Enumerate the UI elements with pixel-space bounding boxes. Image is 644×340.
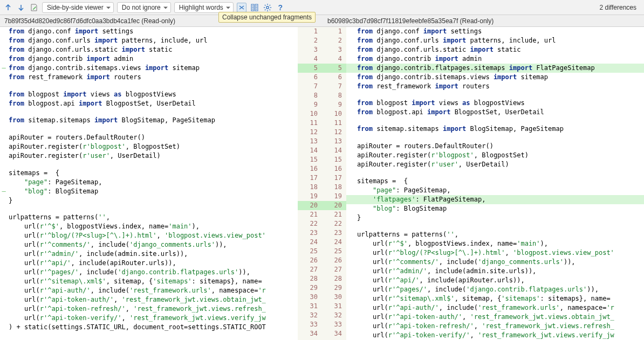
code-row-left[interactable]: apiRouter.register(r'blogpost', Blogpost… <box>0 142 298 151</box>
code-text: from blogpost.api import BlogpostSet, Us… <box>8 99 298 108</box>
code-row-right[interactable]: 'flatpages': FlatPageSitemap, <box>346 195 644 204</box>
right-line-number: 22 <box>322 219 346 228</box>
code-row-left[interactable] <box>0 108 298 116</box>
code-row-right[interactable] <box>346 91 644 99</box>
code-row-right[interactable]: url(r'^api-token-auth/', 'rest_framework… <box>346 313 644 322</box>
right-panel[interactable]: from django.conf import settingsfrom dja… <box>346 27 644 340</box>
settings-icon[interactable] <box>263 3 272 12</box>
code-row-left[interactable]: } <box>0 196 298 205</box>
code-row-right[interactable] <box>346 223 644 230</box>
code-row-left[interactable] <box>0 161 298 169</box>
code-row-right[interactable] <box>346 134 644 141</box>
code-row-left[interactable]: from django.conf.urls.static import stat… <box>0 45 298 54</box>
code-row-right[interactable]: from django.contrib.sitemaps.views impor… <box>346 73 644 82</box>
code-row-left[interactable]: from blogpost.api import BlogpostSet, Us… <box>0 99 298 108</box>
code-row-right[interactable]: from sitemap.sitemaps import BlogSitemap… <box>346 124 644 134</box>
code-row-right[interactable]: from blogpost.api import BlogpostSet, Us… <box>346 108 644 117</box>
code-row-left[interactable]: url(r'^blog/(?P<slug>[^\.]+).html', 'blo… <box>0 231 298 240</box>
code-row-left[interactable] <box>0 82 298 90</box>
code-row-right[interactable]: sitemaps = { <box>346 177 644 186</box>
code-row-left[interactable]: ) + static(settings.STATIC_URL, document… <box>0 323 298 332</box>
right-line-number: 12 <box>322 128 346 137</box>
sync-scroll-icon[interactable] <box>250 3 259 12</box>
code-row-right[interactable]: url(r'^$', blogpostViews.index, name='ma… <box>346 239 644 248</box>
viewer-mode-dropdown[interactable]: Side-by-side viewer <box>42 2 114 13</box>
code-row-right[interactable]: apiRouter = routers.DefaultRouter() <box>346 142 644 151</box>
code-row-right[interactable]: from django.conf import settings <box>346 27 644 36</box>
code-text: url(r'^api-token-refresh/', 'rest_framew… <box>8 304 298 314</box>
code-row-right[interactable]: url(r'^comments/', include('django_comme… <box>346 258 644 267</box>
ignore-mode-dropdown[interactable]: Do not ignore <box>117 2 171 13</box>
code-row-right[interactable]: from django.conf.urls import patterns, i… <box>346 36 644 45</box>
code-row-right[interactable]: from django.contrib.flatpages.sitemaps i… <box>346 64 644 73</box>
code-row-right[interactable]: urlpatterns = patterns('', <box>346 230 644 239</box>
code-row-right[interactable]: from django.contrib import admin <box>346 54 644 64</box>
next-diff-icon[interactable] <box>16 3 26 12</box>
left-change-marker <box>0 169 8 178</box>
code-row-left[interactable]: url(r'^api-token-verify/', 'rest_framewo… <box>0 314 298 323</box>
code-row-left[interactable] <box>0 332 298 340</box>
collapse-unchanged-icon[interactable] <box>237 3 246 12</box>
code-text: url(r'^pages/', include('django.contrib.… <box>8 268 298 277</box>
code-row-right[interactable]: from blogpost import views as blogpostVi… <box>346 99 644 108</box>
code-row-right[interactable]: url(r'^api/', include(apiRouter.urls)), <box>346 276 644 285</box>
code-row-left[interactable]: —from django.contrib.sitemaps.views impo… <box>0 64 298 73</box>
right-change-marker <box>346 108 354 117</box>
code-row-left[interactable]: from django.conf import settings <box>0 27 298 36</box>
highlight-mode-dropdown[interactable]: Highlight words <box>174 2 234 13</box>
code-row-right[interactable]: apiRouter.register(r'user', UserDetail) <box>346 160 644 169</box>
left-change-marker <box>0 314 8 323</box>
left-change-marker <box>0 73 8 82</box>
code-row-left[interactable]: url(r'^api/', include(apiRouter.urls)), <box>0 259 298 268</box>
code-text: url(r'^api-auth/', include('rest_framewo… <box>354 303 644 313</box>
code-row-right[interactable]: url(r'^api-token-verify/', 'rest_framewo… <box>346 331 644 340</box>
code-row-right[interactable]: url(r'^sitemap\.xml$', sitemap, {'sitema… <box>346 294 644 303</box>
code-row-right[interactable]: from django.conf.urls.static import stat… <box>346 45 644 54</box>
code-row-left[interactable]: from django.contrib import admin <box>0 54 298 64</box>
code-row-left[interactable]: url(r'^admin/', include(admin.site.urls)… <box>0 249 298 259</box>
code-row-left[interactable]: url(r'^pages/', include('django.contrib.… <box>0 268 298 277</box>
code-row-right[interactable]: } <box>346 213 644 223</box>
code-row-left[interactable]: url(r'^comments/', include('django_comme… <box>0 240 298 249</box>
code-row-left[interactable]: urlpatterns = patterns('', <box>0 213 298 222</box>
code-row-left[interactable]: from rest_framework import routers <box>0 73 298 82</box>
code-row-left[interactable]: — "blog": BlogSitemap <box>0 187 298 196</box>
code-row-right[interactable]: url(r'^api-auth/', include('rest_framewo… <box>346 303 644 313</box>
code-row-left[interactable]: url(r'^api-token-refresh/', 'rest_framew… <box>0 304 298 314</box>
code-row-left[interactable]: apiRouter.register(r'user', UserDetail) <box>0 151 298 161</box>
code-row-right[interactable]: "page": PageSitemap, <box>346 186 644 195</box>
left-panel[interactable]: from django.conf import settingsfrom dja… <box>0 27 298 340</box>
left-line-number: 23 <box>298 228 322 238</box>
code-row-right[interactable]: url(r'^pages/', include('django.contrib.… <box>346 285 644 294</box>
code-text <box>8 125 298 133</box>
code-row-left[interactable]: from blogpost import views as blogpostVi… <box>0 90 298 99</box>
code-row-left[interactable]: url(r'^$', blogpostViews.index, name='ma… <box>0 222 298 231</box>
code-row-left[interactable] <box>0 205 298 213</box>
code-row-right[interactable]: url(r'^admin/', include(admin.site.urls)… <box>346 267 644 276</box>
left-line-number: 2 <box>298 36 322 45</box>
help-icon[interactable]: ? <box>276 3 285 12</box>
left-line-number: 28 <box>298 274 322 283</box>
code-row-left[interactable]: url(r'^api-token-auth/', 'rest_framework… <box>0 295 298 304</box>
code-row-right[interactable]: "blog": BlogSitemap <box>346 204 644 213</box>
code-row-left[interactable]: from django.conf.urls import patterns, i… <box>0 36 298 45</box>
code-row-right[interactable]: url(r'^api-token-refresh/', 'rest_framew… <box>346 322 644 331</box>
gutter-row: 1010 <box>298 109 346 119</box>
right-change-marker <box>346 303 354 313</box>
prev-diff-icon[interactable] <box>3 3 13 12</box>
code-row-left[interactable]: "page": PageSitemap, <box>0 178 298 187</box>
code-row-right[interactable]: apiRouter.register(r'blogpost', Blogpost… <box>346 151 644 160</box>
code-row-left[interactable] <box>0 125 298 133</box>
code-row-right[interactable]: from rest_framework import routers <box>346 82 644 91</box>
code-row-left[interactable]: from sitemap.sitemaps import BlogSitemap… <box>0 116 298 125</box>
code-row-left[interactable]: url(r'^api-auth/', include('rest_framewo… <box>0 286 298 295</box>
code-row-left[interactable]: apiRouter = routers.DefaultRouter() <box>0 133 298 142</box>
code-row-right[interactable] <box>346 117 644 124</box>
edit-source-icon[interactable] <box>29 3 39 12</box>
code-row-right[interactable]: url(r'^blog/(?P<slug>[^\.]+).html', 'blo… <box>346 248 644 258</box>
code-row-right[interactable] <box>346 169 644 177</box>
code-row-left[interactable]: sitemaps = { <box>0 169 298 178</box>
right-change-marker <box>346 160 354 169</box>
code-row-left[interactable]: url(r'^sitemap\.xml$', sitemap, {'sitema… <box>0 277 298 286</box>
right-line-number: 34 <box>322 329 346 338</box>
